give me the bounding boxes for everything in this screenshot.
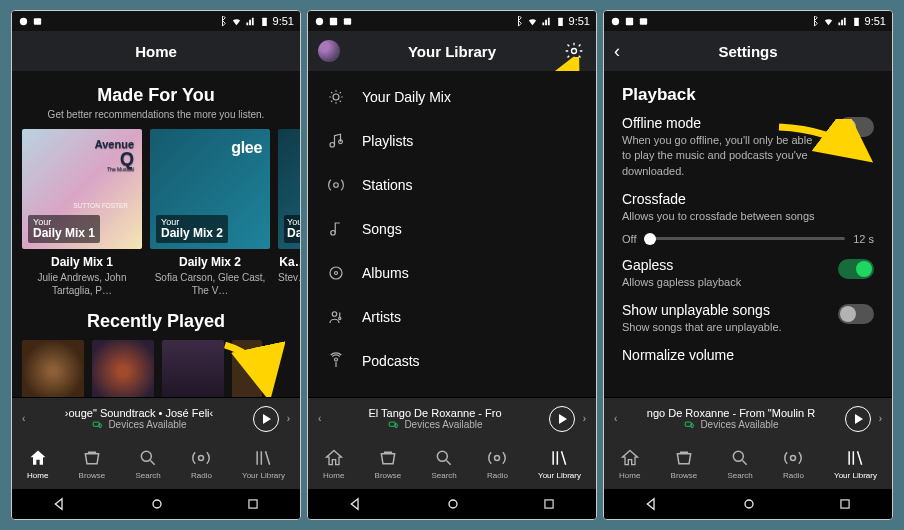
recent-cover[interactable] bbox=[232, 340, 262, 397]
library-item-albums[interactable]: Albums bbox=[308, 251, 596, 295]
bluetooth-icon bbox=[809, 16, 820, 27]
page-title: Settings bbox=[718, 43, 777, 60]
nav-radio[interactable]: Radio bbox=[487, 448, 508, 480]
nav-radio[interactable]: Radio bbox=[191, 448, 212, 480]
page-title: Home bbox=[135, 43, 177, 60]
nav-library[interactable]: Your Library bbox=[538, 448, 581, 480]
play-button[interactable] bbox=[549, 406, 575, 432]
setting-title: Gapless bbox=[622, 257, 741, 273]
svg-rect-36 bbox=[691, 423, 693, 427]
library-item-podcasts[interactable]: Podcasts bbox=[308, 339, 596, 383]
devices-available: Devices Available bbox=[700, 419, 778, 430]
settings-content[interactable]: Playback Offline mode When you go offlin… bbox=[604, 71, 892, 397]
header: Your Library bbox=[308, 31, 596, 71]
offline-mode-toggle[interactable] bbox=[838, 117, 874, 137]
phone-settings: 9:51 ‹ Settings Playback Offline mode Wh… bbox=[603, 10, 893, 520]
library-item-stations[interactable]: Stations bbox=[308, 163, 596, 207]
daily-mix-tile[interactable]: glee Your Daily Mix 2 Daily Mix 2 Sofia … bbox=[150, 129, 270, 297]
recent-cover[interactable] bbox=[92, 340, 154, 397]
now-playing-track: El Tango De Roxanne - Fro bbox=[329, 407, 540, 419]
chevron-right-icon[interactable]: › bbox=[287, 413, 290, 424]
nav-home[interactable]: Home bbox=[619, 448, 640, 480]
android-home[interactable] bbox=[149, 496, 165, 512]
devices-icon bbox=[387, 420, 399, 430]
library-item-playlists[interactable]: Playlists bbox=[308, 119, 596, 163]
svg-point-5 bbox=[141, 451, 151, 461]
android-recents[interactable] bbox=[838, 497, 852, 511]
library-item-artists[interactable]: Artists bbox=[308, 295, 596, 339]
nav-library[interactable]: Your Library bbox=[242, 448, 285, 480]
signal-icon bbox=[837, 16, 848, 27]
radio-icon bbox=[326, 176, 346, 194]
signal-icon bbox=[245, 16, 256, 27]
android-home[interactable] bbox=[445, 496, 461, 512]
library-item-videos[interactable]: Videos bbox=[308, 383, 596, 397]
signal-icon bbox=[541, 16, 552, 27]
svg-rect-32 bbox=[626, 17, 633, 24]
chevron-left-icon[interactable]: ‹ bbox=[614, 413, 617, 424]
bottom-nav: Home Browse Search Radio Your Library bbox=[308, 439, 596, 489]
back-button[interactable]: ‹ bbox=[614, 41, 620, 62]
nav-browse[interactable]: Browse bbox=[79, 448, 106, 480]
android-nav bbox=[12, 489, 300, 519]
status-time: 9:51 bbox=[865, 15, 886, 27]
home-content[interactable]: Made For You Get better recommendations … bbox=[12, 71, 300, 397]
daily-mix-tile[interactable]: Your Da Ka… Stev… bbox=[278, 129, 300, 297]
svg-rect-40 bbox=[841, 500, 849, 508]
daily-mix-tile[interactable]: Avenue Q The Musical SUTTON FOSTER Your … bbox=[22, 129, 142, 297]
svg-rect-30 bbox=[545, 500, 553, 508]
setting-description: Show songs that are unplayable. bbox=[622, 320, 782, 335]
unplayable-toggle[interactable] bbox=[838, 304, 874, 324]
nav-search[interactable]: Search bbox=[135, 448, 160, 480]
now-playing-bar[interactable]: ‹ ngo De Roxanne - From "Moulin R Device… bbox=[604, 397, 892, 439]
tile-artists: Julie Andrews, John Tartaglia, P… bbox=[22, 271, 142, 297]
android-back[interactable] bbox=[52, 496, 68, 512]
nav-search[interactable]: Search bbox=[431, 448, 456, 480]
android-home[interactable] bbox=[741, 496, 757, 512]
android-recents[interactable] bbox=[542, 497, 556, 511]
nav-browse[interactable]: Browse bbox=[375, 448, 402, 480]
nav-home[interactable]: Home bbox=[323, 448, 344, 480]
recently-played-title: Recently Played bbox=[12, 311, 300, 332]
profile-avatar[interactable] bbox=[318, 40, 340, 62]
svg-point-19 bbox=[330, 267, 342, 279]
chevron-right-icon[interactable]: › bbox=[583, 413, 586, 424]
library-content[interactable]: Your Daily Mix Playlists Stations Songs … bbox=[308, 71, 596, 397]
setting-title: Show unplayable songs bbox=[622, 302, 782, 318]
recent-cover[interactable] bbox=[22, 340, 84, 397]
chevron-left-icon[interactable]: ‹ bbox=[318, 413, 321, 424]
nav-radio[interactable]: Radio bbox=[783, 448, 804, 480]
battery-icon bbox=[259, 16, 270, 27]
phone-library: 9:51 Your Library Your Daily Mix Playlis… bbox=[307, 10, 597, 520]
wifi-icon bbox=[231, 16, 242, 27]
nav-browse[interactable]: Browse bbox=[671, 448, 698, 480]
nav-library[interactable]: Your Library bbox=[834, 448, 877, 480]
now-playing-bar[interactable]: ‹ ›ouge" Soundtrack • José Feli‹ Devices… bbox=[12, 397, 300, 439]
android-back[interactable] bbox=[644, 496, 660, 512]
svg-rect-34 bbox=[854, 17, 859, 25]
svg-point-23 bbox=[335, 358, 338, 361]
chevron-left-icon[interactable]: ‹ bbox=[22, 413, 25, 424]
settings-button[interactable] bbox=[564, 41, 584, 61]
play-button[interactable] bbox=[845, 406, 871, 432]
play-button[interactable] bbox=[253, 406, 279, 432]
library-item-daily-mix[interactable]: Your Daily Mix bbox=[308, 75, 596, 119]
svg-point-9 bbox=[316, 17, 323, 24]
nav-search[interactable]: Search bbox=[727, 448, 752, 480]
made-for-you-title: Made For You bbox=[12, 85, 300, 106]
gapless-toggle[interactable] bbox=[838, 259, 874, 279]
library-item-songs[interactable]: Songs bbox=[308, 207, 596, 251]
svg-rect-2 bbox=[262, 17, 267, 25]
status-icon bbox=[18, 16, 29, 27]
now-playing-bar[interactable]: ‹ El Tango De Roxanne - Fro Devices Avai… bbox=[308, 397, 596, 439]
svg-rect-25 bbox=[390, 422, 396, 426]
setting-description: Allows gapless playback bbox=[622, 275, 741, 290]
chevron-right-icon[interactable]: › bbox=[879, 413, 882, 424]
recent-cover[interactable] bbox=[162, 340, 224, 397]
android-recents[interactable] bbox=[246, 497, 260, 511]
svg-point-20 bbox=[335, 272, 338, 275]
daily-mix-icon bbox=[326, 88, 346, 106]
nav-home[interactable]: Home bbox=[27, 448, 48, 480]
crossfade-slider[interactable] bbox=[644, 237, 845, 240]
android-back[interactable] bbox=[348, 496, 364, 512]
